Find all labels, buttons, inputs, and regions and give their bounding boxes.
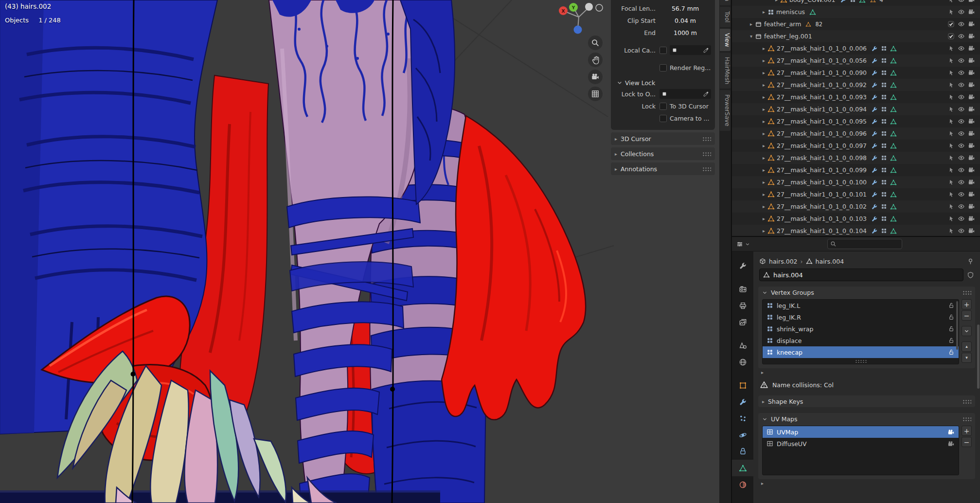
hide-toggle-icon[interactable]: [958, 154, 965, 162]
render-toggle-icon[interactable]: [968, 142, 975, 149]
properties-tab-particles[interactable]: [732, 410, 753, 427]
outliner-row[interactable]: ▸27__mask_hair1_0_1_0_0.093: [732, 91, 980, 103]
sidebar-tab-tool[interactable]: Tool: [720, 7, 731, 27]
vertex-group-name[interactable]: displace: [777, 337, 802, 344]
expand-icon[interactable]: ▸: [760, 119, 767, 124]
expand-icon[interactable]: ▸: [760, 167, 767, 173]
outliner-row[interactable]: ▸27__mask_hair1_0_1_0_0.096: [732, 127, 980, 140]
shield-icon[interactable]: [967, 271, 974, 279]
render-toggle-icon[interactable]: [968, 20, 975, 28]
outliner-item-name[interactable]: 27__mask_hair1_0_1_0_0.104: [777, 227, 867, 234]
outliner-row[interactable]: ▸27__mask_hair1_0_1_0_0.095: [732, 115, 980, 127]
outliner-item-name[interactable]: 27__mask_hair1_0_1_0_0.094: [777, 106, 867, 113]
drag-grip-icon[interactable]: [962, 290, 971, 295]
drag-grip-icon[interactable]: [962, 399, 971, 404]
vertex-groups-header[interactable]: Vertex Groups: [758, 287, 975, 298]
drag-grip-icon[interactable]: [702, 152, 711, 156]
search-input[interactable]: [827, 239, 902, 249]
selectable-toggle-icon[interactable]: [948, 228, 955, 234]
breadcrumb-data[interactable]: hairs.004: [816, 258, 844, 265]
selectable-toggle-icon[interactable]: [948, 0, 955, 3]
zoom-button[interactable]: [588, 36, 603, 50]
hide-toggle-icon[interactable]: [958, 118, 965, 125]
view-lock-section-header[interactable]: View Lock: [615, 77, 711, 89]
vertex-group-row[interactable]: kneecap: [763, 346, 959, 358]
expand-icon[interactable]: ▸: [760, 216, 767, 221]
selectable-toggle-icon[interactable]: [948, 118, 955, 125]
hide-toggle-icon[interactable]: [958, 93, 965, 101]
lock-icon[interactable]: [948, 349, 955, 356]
expand-icon[interactable]: ▸: [773, 0, 780, 2]
selectable-toggle-icon[interactable]: [948, 82, 955, 89]
outliner-item-name[interactable]: 27__mask_hair1_0_1_0_0.101: [777, 191, 867, 198]
drag-grip-icon[interactable]: [702, 167, 711, 171]
hide-toggle-icon[interactable]: [958, 130, 965, 137]
expand-icon[interactable]: ▸: [760, 131, 767, 136]
clip-end-field[interactable]: 1000 m: [659, 28, 711, 37]
properties-tab-object[interactable]: [732, 377, 753, 394]
selectable-toggle-icon[interactable]: [948, 57, 955, 64]
lock-icon[interactable]: [948, 314, 955, 321]
outliner-row[interactable]: ▸27__mask_hair1_0_1_0_0.092: [732, 79, 980, 91]
hide-toggle-icon[interactable]: [958, 81, 965, 89]
active-render-icon[interactable]: [947, 429, 955, 436]
expand-icon[interactable]: ▸: [760, 204, 767, 209]
camera-view-button[interactable]: [588, 70, 603, 84]
list-filter-toggle-icon[interactable]: ▸: [761, 481, 980, 486]
expand-icon[interactable]: ▸: [760, 143, 767, 148]
outliner-item-name[interactable]: 27__mask_hair1_0_1_0_0.098: [777, 154, 867, 162]
pin-icon[interactable]: [967, 258, 974, 265]
expand-icon[interactable]: ▸: [760, 9, 767, 15]
axis-z-neg-ball[interactable]: [574, 26, 582, 34]
selectable-toggle-icon[interactable]: [948, 179, 955, 186]
axis-negative-ball[interactable]: [596, 4, 603, 11]
properties-tab-data[interactable]: [732, 460, 753, 476]
toggle-grid-button[interactable]: [588, 87, 603, 101]
camera-to-view-checkbox[interactable]: [659, 115, 667, 122]
expand-icon[interactable]: ▸: [760, 70, 767, 75]
render-toggle-icon[interactable]: [968, 179, 975, 186]
render-toggle-icon[interactable]: [968, 57, 975, 64]
expand-icon[interactable]: ▸: [760, 94, 767, 100]
outliner-item-name[interactable]: 27__mask_hair1_0_1_0_0.099: [777, 166, 867, 174]
vertex-group-name[interactable]: shrink_wrap: [777, 325, 813, 333]
render-toggle-icon[interactable]: [968, 81, 975, 89]
expand-icon[interactable]: ▸: [760, 107, 767, 112]
pan-button[interactable]: [588, 53, 603, 67]
add-uv-map-button[interactable]: +: [962, 426, 972, 436]
outliner-row[interactable]: ▸27__mask_hair1_0_1_0_0.094: [732, 103, 980, 115]
axis-z-ball[interactable]: [585, 3, 593, 11]
outliner-item-name[interactable]: feather_leg.001: [764, 33, 812, 40]
hide-toggle-icon[interactable]: [958, 179, 965, 186]
hide-toggle-icon[interactable]: [958, 191, 965, 198]
local-camera-field[interactable]: [670, 45, 711, 55]
vertex-group-row[interactable]: displace: [763, 335, 959, 346]
sidebar-tab-hairmesh[interactable]: HairMesh: [720, 53, 731, 89]
properties-tab-scene[interactable]: [732, 337, 753, 354]
panel-collections[interactable]: ▸Collections: [611, 147, 715, 160]
hide-toggle-icon[interactable]: [958, 106, 965, 113]
selectable-toggle-icon[interactable]: [948, 130, 955, 137]
active-render-icon[interactable]: [947, 440, 955, 448]
uv-maps-list[interactable]: UVMapDiffuseUV: [762, 426, 959, 475]
render-toggle-icon[interactable]: [968, 215, 975, 222]
lock-icon[interactable]: [948, 302, 955, 309]
outliner-row[interactable]: ▸27__mask_hair1_0_1_0_0.098: [732, 152, 980, 164]
outliner-item-name[interactable]: 27__mask_hair1_0_1_0_0.103: [777, 215, 867, 222]
list-filter-toggle-icon[interactable]: ▸: [761, 370, 980, 375]
panel-annotations[interactable]: ▸Annotations: [611, 162, 715, 175]
render-toggle-icon[interactable]: [968, 93, 975, 101]
outliner-item-name[interactable]: 27__mask_hair1_0_1_0_0.006: [777, 45, 867, 52]
sidebar-tab-item[interactable]: Item: [720, 0, 731, 5]
render-toggle-icon[interactable]: [968, 154, 975, 162]
outliner-item-name[interactable]: 27__mask_hair1_0_1_0_0.090: [777, 69, 867, 76]
render-toggle-icon[interactable]: [968, 130, 975, 137]
render-toggle-icon[interactable]: [968, 106, 975, 113]
expand-icon[interactable]: ▸: [760, 58, 767, 63]
outliner[interactable]: ▸body_COW.0014▸meniscus▸feather_arm82▾fe…: [732, 0, 980, 236]
uv-map-row[interactable]: UVMap: [763, 426, 959, 438]
outliner-row[interactable]: ▸27__mask_hair1_0_1_0_0.056: [732, 54, 980, 67]
properties-tab-material[interactable]: [732, 476, 753, 493]
outliner-row[interactable]: ▸meniscus: [732, 6, 980, 18]
lock-to-object-field[interactable]: [659, 89, 711, 99]
